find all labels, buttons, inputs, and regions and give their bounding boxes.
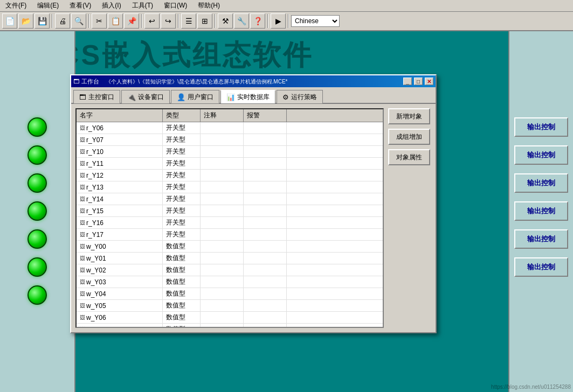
print-button[interactable]: 🖨 <box>55 13 70 29</box>
cut-button[interactable]: ✂ <box>92 13 107 29</box>
table-row[interactable]: 🖼r_Y17开关型 <box>77 229 383 241</box>
table-row[interactable]: 🖼w_Y00数值型 <box>77 241 383 253</box>
row-icon: 🖼 <box>80 279 85 285</box>
output-btn-3[interactable]: 输出控制 <box>514 173 568 193</box>
undo-button[interactable]: ↩ <box>144 13 160 29</box>
object-properties-button[interactable]: 对象属性 <box>388 149 430 165</box>
close-button[interactable]: ✕ <box>425 78 433 85</box>
redo-button[interactable]: ↪ <box>161 13 176 29</box>
toolbar: 📄 📂 💾 🖨 🔍 ✂ 📋 📌 ↩ ↪ ☰ ⊞ ⚒ 🔧 ❓ ▶ Chinese … <box>0 12 573 31</box>
tool2-button[interactable]: 🔧 <box>234 13 249 29</box>
cell-name: 🖼r_Y13 <box>77 181 163 193</box>
data-table[interactable]: 名字 类型 注释 报警 🖼r_Y06开关型🖼r_Y07开关型🖼r_Y10开关型🖼… <box>75 108 384 328</box>
cell-comment <box>201 181 244 193</box>
col-comment: 注释 <box>201 109 244 122</box>
dialog-path: 《个人资料》\《芸知识学堂》\昆仑通态\昆仑通态屏与单片机通信例程.MCE* <box>106 79 287 85</box>
col-name: 名字 <box>77 109 163 122</box>
table-row[interactable]: 🖼w_Y02数值型 <box>77 264 383 276</box>
tab-device-label: 设备窗口 <box>138 93 164 102</box>
table-row[interactable]: 🖼r_Y14开关型 <box>77 193 383 205</box>
table-scroll[interactable]: 🖼r_Y06开关型🖼r_Y07开关型🖼r_Y10开关型🖼r_Y11开关型🖼r_Y… <box>77 122 383 327</box>
cell-type: 开关型 <box>163 181 201 193</box>
table-row[interactable]: 🖼w_Y03数值型 <box>77 276 383 288</box>
output-btn-1[interactable]: 输出控制 <box>514 117 568 137</box>
cell-type: 数值型 <box>163 312 201 323</box>
save-button[interactable]: 💾 <box>34 13 50 29</box>
table-row[interactable]: 🖼r_Y07开关型 <box>77 134 383 146</box>
minimize-button[interactable]: _ <box>403 78 412 85</box>
print-preview-button[interactable]: 🔍 <box>71 13 86 29</box>
lang-selector[interactable]: Chinese English <box>291 15 340 27</box>
table-row[interactable]: 🖼w_Y07数值型 <box>77 324 383 327</box>
cell-alarm <box>244 253 287 264</box>
cell-name-text: w_Y06 <box>86 314 106 321</box>
cell-comment <box>201 134 244 145</box>
menu-tools[interactable]: 工具(T) <box>129 0 156 11</box>
open-button[interactable]: 📂 <box>18 13 33 29</box>
copy-button[interactable]: 📋 <box>108 13 123 29</box>
paste-button[interactable]: 📌 <box>124 13 139 29</box>
menu-window[interactable]: 窗口(W) <box>161 0 190 11</box>
table-row[interactable]: 🖼w_Y06数值型 <box>77 312 383 324</box>
output-btn-6[interactable]: 输出控制 <box>514 257 568 277</box>
table-row[interactable]: 🖼r_Y06开关型 <box>77 122 383 134</box>
tab-db-label: 实时数据库 <box>237 93 270 102</box>
output-btn-2[interactable]: 输出控制 <box>514 145 568 165</box>
tab-device-window[interactable]: 🔌 设备窗口 <box>121 90 170 103</box>
cell-alarm <box>244 312 287 323</box>
cell-name: 🖼r_Y17 <box>77 229 163 240</box>
cell-name: 🖼r_Y16 <box>77 217 163 228</box>
menu-bar: 文件(F) 编辑(E) 查看(V) 插入(I) 工具(T) 窗口(W) 帮助(H… <box>0 0 573 12</box>
table-row[interactable]: 🖼r_Y12开关型 <box>77 170 383 181</box>
tab-realtime-db[interactable]: 📊 实时数据库 <box>220 90 275 103</box>
cell-type: 开关型 <box>163 170 201 181</box>
menu-view[interactable]: 查看(V) <box>66 0 94 11</box>
output-btn-5[interactable]: 输出控制 <box>514 229 568 249</box>
row-icon: 🖼 <box>80 314 85 320</box>
new-object-button[interactable]: 新增对象 <box>388 108 430 124</box>
table-row[interactable]: 🖼r_Y11开关型 <box>77 158 383 170</box>
table-row[interactable]: 🖼r_Y16开关型 <box>77 217 383 229</box>
cell-name-text: r_Y14 <box>86 195 103 203</box>
tool1-button[interactable]: ⚒ <box>218 13 233 29</box>
run-button[interactable]: ▶ <box>271 13 286 29</box>
cell-alarm <box>244 264 287 276</box>
table-row[interactable]: 🖼w_Y05数值型 <box>77 300 383 312</box>
tab-device-icon: 🔌 <box>127 93 136 101</box>
cell-type: 开关型 <box>163 229 201 240</box>
group-add-button[interactable]: 成组增加 <box>388 129 430 145</box>
menu-edit[interactable]: 编辑(E) <box>34 0 62 11</box>
cell-name: 🖼r_Y06 <box>77 122 163 134</box>
new-button[interactable]: 📄 <box>2 13 17 29</box>
table-row[interactable]: 🖼r_Y10开关型 <box>77 146 383 158</box>
tab-strategy-icon: ⚙ <box>282 93 289 101</box>
tool3-button[interactable]: ❓ <box>250 13 265 29</box>
table-row[interactable]: 🖼r_Y13开关型 <box>77 181 383 193</box>
tab-user-window[interactable]: 👤 用户窗口 <box>171 90 219 103</box>
table-row[interactable]: 🖼w_Y01数值型 <box>77 253 383 264</box>
cell-name-text: r_Y07 <box>86 136 103 144</box>
main-area: MCCS嵌入式组态软件 输出控制 输出控制 输出控制 输出控制 输出控制 输出控… <box>0 31 573 392</box>
cell-type: 开关型 <box>163 205 201 216</box>
row-icon: 🖼 <box>80 149 85 155</box>
maximize-button[interactable]: □ <box>414 78 423 85</box>
table-row[interactable]: 🖼w_Y04数值型 <box>77 288 383 300</box>
dialog-icon: 🗔 <box>73 78 79 85</box>
menu-help[interactable]: 帮助(H) <box>195 0 223 11</box>
align-button[interactable]: ☰ <box>181 13 196 29</box>
tab-strategy-label: 运行策略 <box>291 93 317 102</box>
menu-file[interactable]: 文件(F) <box>2 0 30 11</box>
tab-run-strategy[interactable]: ⚙ 运行策略 <box>277 90 323 103</box>
table-row[interactable]: 🖼r_Y15开关型 <box>77 205 383 217</box>
output-btn-4[interactable]: 输出控制 <box>514 201 568 221</box>
cell-name: 🖼w_Y00 <box>77 241 163 252</box>
grid-button[interactable]: ⊞ <box>197 13 212 29</box>
row-icon: 🖼 <box>80 243 85 249</box>
cell-name: 🖼w_Y06 <box>77 312 163 323</box>
row-icon: 🖼 <box>80 184 85 190</box>
menu-insert[interactable]: 插入(I) <box>99 0 124 11</box>
tab-main-window[interactable]: 🗔 主控窗口 <box>73 90 120 103</box>
lang-dropdown[interactable]: Chinese English <box>291 15 340 27</box>
row-icon: 🖼 <box>80 255 85 261</box>
cell-comment <box>201 241 244 252</box>
